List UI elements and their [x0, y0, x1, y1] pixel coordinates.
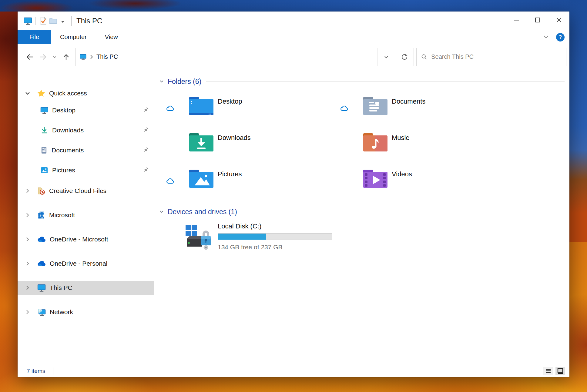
- navigation-pane: Quick access Desktop Downloads Documents: [18, 70, 154, 365]
- creative-cloud-folder-icon: [37, 187, 45, 195]
- drive-capacity-bar-fill: [218, 234, 266, 240]
- onedrive-status-cloud-icon: [166, 177, 175, 185]
- sidebar-item-label: Network: [50, 308, 73, 316]
- videos-folder-icon: [361, 168, 389, 191]
- collapse-chevron-icon[interactable]: [159, 209, 165, 215]
- status-separator: [53, 367, 53, 375]
- desktop-wallpaper: This PC File Computer View: [0, 0, 587, 392]
- up-button[interactable]: [59, 50, 73, 64]
- sidebar-item-label: Quick access: [49, 90, 87, 97]
- drive-capacity-bar: [218, 233, 332, 240]
- toolbar-separator: [35, 17, 36, 25]
- desktop-monitor-icon: [40, 106, 49, 115]
- pictures-image-icon: [40, 166, 49, 174]
- sidebar-item-creative-cloud-files[interactable]: Creative Cloud Files: [18, 184, 154, 198]
- chevron-right-icon[interactable]: [24, 211, 32, 219]
- chevron-right-icon[interactable]: [24, 236, 32, 243]
- sidebar-item-documents[interactable]: Documents: [18, 143, 154, 157]
- folder-tile-desktop[interactable]: Desktop: [164, 94, 334, 130]
- pin-icon[interactable]: [142, 127, 149, 135]
- this-pc-monitor-icon: [37, 283, 46, 292]
- minimize-button[interactable]: [506, 12, 527, 28]
- tab-computer[interactable]: Computer: [51, 30, 96, 44]
- maximize-button[interactable]: [527, 12, 548, 28]
- help-button[interactable]: ?: [556, 33, 565, 42]
- close-button[interactable]: [548, 12, 569, 28]
- microsoft-building-icon: [37, 211, 45, 219]
- folder-tile-documents[interactable]: Documents: [338, 94, 508, 130]
- pictures-folder-icon: [187, 168, 215, 191]
- pin-icon[interactable]: [142, 147, 149, 155]
- folder-tile-pictures[interactable]: Pictures: [164, 167, 334, 203]
- chevron-right-icon[interactable]: [24, 284, 32, 291]
- sidebar-item-this-pc[interactable]: This PC: [18, 281, 154, 295]
- downloads-folder-icon: [187, 131, 215, 154]
- search-input[interactable]: [431, 53, 566, 60]
- onedrive-cloud-icon: [37, 236, 46, 243]
- chevron-right-icon[interactable]: [24, 187, 32, 194]
- address-this-pc-icon: [79, 53, 87, 61]
- drive-name: Local Disk (C:): [218, 222, 261, 230]
- forward-button[interactable]: [36, 50, 50, 64]
- desktop-folder-icon: [187, 95, 215, 118]
- folder-tile-label: Pictures: [218, 170, 242, 178]
- pin-icon[interactable]: [142, 167, 149, 175]
- new-folder-button[interactable]: [48, 16, 58, 26]
- title-bar: This PC: [18, 12, 569, 30]
- wallpaper-sky: [0, 0, 587, 12]
- tab-file[interactable]: File: [18, 30, 51, 44]
- pin-icon[interactable]: [142, 107, 149, 115]
- onedrive-cloud-icon: [37, 260, 46, 267]
- folder-tile-music[interactable]: Music: [338, 130, 508, 167]
- chevron-right-icon[interactable]: [24, 308, 32, 316]
- expand-ribbon-chevron-icon[interactable]: [542, 33, 550, 42]
- status-bar: 7 items: [18, 365, 569, 377]
- sidebar-item-label: Microsoft: [49, 211, 75, 219]
- chevron-down-icon[interactable]: [24, 90, 32, 97]
- sidebar-item-desktop[interactable]: Desktop: [18, 103, 154, 117]
- customize-toolbar-dropdown[interactable]: [58, 16, 68, 26]
- refresh-button[interactable]: [395, 48, 414, 66]
- documents-file-icon: [40, 146, 48, 154]
- address-location: This PC: [96, 53, 118, 60]
- address-dropdown-button[interactable]: [377, 48, 395, 66]
- details-view-button[interactable]: [543, 367, 553, 375]
- collapse-chevron-icon[interactable]: [159, 78, 165, 85]
- address-breadcrumb[interactable]: This PC: [76, 48, 377, 66]
- title-separator: [71, 16, 72, 26]
- folder-tile-label: Videos: [392, 170, 412, 178]
- navigation-toolbar: This PC: [18, 44, 569, 70]
- folders-section-header: Folders (6): [159, 77, 565, 86]
- drive-tile-local-disk-c[interactable]: Local Disk (C:) 134 GB free of 237 GB: [164, 222, 565, 261]
- sidebar-item-quick-access[interactable]: Quick access: [18, 86, 154, 100]
- file-explorer-window: This PC File Computer View: [18, 12, 569, 377]
- chevron-right-icon[interactable]: [24, 260, 32, 267]
- tab-view[interactable]: View: [96, 30, 127, 44]
- large-icons-view-button[interactable]: [555, 367, 565, 375]
- caption-buttons: [506, 12, 569, 28]
- downloads-arrow-icon: [40, 126, 49, 135]
- onedrive-status-cloud-icon: [166, 104, 175, 113]
- address-bar[interactable]: This PC: [75, 48, 395, 66]
- properties-button[interactable]: [39, 16, 48, 26]
- sidebar-item-microsoft[interactable]: Microsoft: [18, 208, 154, 222]
- folder-tile-label: Music: [392, 134, 409, 142]
- search-box[interactable]: [416, 48, 566, 66]
- sidebar-item-label: Pictures: [52, 167, 75, 174]
- recent-locations-chevron[interactable]: [50, 50, 59, 64]
- folders-grid: Desktop Documents Downloads Music: [164, 94, 565, 203]
- folder-tile-label: Documents: [392, 98, 425, 105]
- sidebar-item-onedrive-personal[interactable]: OneDrive - Personal: [18, 257, 154, 271]
- sidebar-item-label: Desktop: [52, 107, 75, 114]
- sidebar-item-downloads[interactable]: Downloads: [18, 123, 154, 137]
- quick-access-star-icon: [37, 89, 45, 98]
- network-globe-icon: [37, 307, 46, 317]
- folder-tile-videos[interactable]: Videos: [338, 167, 508, 203]
- sidebar-item-pictures[interactable]: Pictures: [18, 163, 154, 177]
- music-folder-icon: [361, 131, 389, 154]
- back-button[interactable]: [23, 50, 36, 64]
- sidebar-item-network[interactable]: Network: [18, 305, 154, 319]
- folder-tile-downloads[interactable]: Downloads: [164, 130, 334, 167]
- window-title: This PC: [76, 17, 102, 25]
- sidebar-item-onedrive-microsoft[interactable]: OneDrive - Microsoft: [18, 232, 154, 246]
